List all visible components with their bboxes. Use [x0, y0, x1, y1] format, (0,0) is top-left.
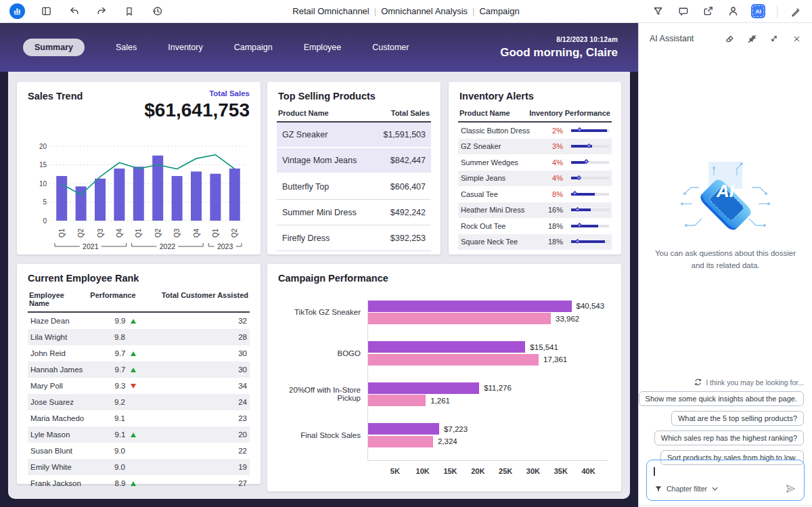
- refresh-suggestions-icon[interactable]: [694, 378, 702, 387]
- product-row[interactable]: Firefly Dress $392,253: [277, 225, 431, 251]
- sales-trend-chart[interactable]: 05101520Q1Q2Q3Q4Q1Q2Q3Q4Q1Q2202120222023: [24, 136, 254, 252]
- employee-row[interactable]: Maria Machedo 9.1 23: [28, 410, 250, 426]
- units-value: 17,361: [543, 355, 567, 363]
- ai-panel-title: AI Assistant: [650, 34, 723, 43]
- panel-title: Campaign Performance: [278, 273, 388, 284]
- suggestions-header: I think you may be looking for...: [694, 378, 804, 387]
- user-icon[interactable]: [726, 5, 740, 18]
- comment-icon[interactable]: [676, 5, 690, 18]
- inventory-row[interactable]: Casual Tee 8%: [458, 186, 612, 202]
- col-product-name: Product Name: [278, 109, 329, 117]
- redo-icon[interactable]: [95, 5, 108, 18]
- inventory-pct: 18%: [541, 238, 563, 246]
- product-row[interactable]: Butterfly Top $606,407: [277, 174, 431, 200]
- inventory-row[interactable]: Square Neck Tee 18%: [458, 234, 612, 250]
- ai-assistant-toggle-icon[interactable]: AI: [751, 4, 765, 18]
- filter-icon[interactable]: [651, 5, 664, 18]
- suggestion-chip[interactable]: Which sales rep has the highest ranking?: [654, 431, 804, 445]
- customers-assisted: 30: [166, 366, 247, 374]
- employee-row[interactable]: Lila Wright 9.8 28: [28, 329, 250, 345]
- axis-tick: 15K: [443, 467, 457, 475]
- employee-row[interactable]: Mary Poll 9.3 34: [28, 378, 250, 394]
- breadcrumb-part[interactable]: Retail Omnichannel: [292, 6, 369, 16]
- axis-tick: 10K: [416, 467, 430, 475]
- suggestion-chip[interactable]: What are the 5 top selling products?: [671, 411, 804, 426]
- product-name: Firefly Dress: [282, 234, 330, 243]
- campaign-chart[interactable]: TikTok GZ Sneaker $40,543 33,962 BOGO $1…: [277, 299, 610, 483]
- revenue-bar[interactable]: [367, 341, 525, 353]
- layout-icon[interactable]: [39, 5, 53, 18]
- app-logo-icon[interactable]: [9, 3, 25, 19]
- top-toolbar: Retail Omnichannel|Omnichannel Analysis|…: [0, 0, 812, 23]
- inventory-row[interactable]: Rock Out Tee 18%: [458, 218, 612, 234]
- breadcrumb-part[interactable]: Omnichannel Analysis: [381, 6, 468, 16]
- suggestion-chip[interactable]: Show me some quick insights about the pa…: [639, 391, 804, 406]
- ai-question-input[interactable]: Chapter filter: [646, 460, 805, 501]
- product-row[interactable]: Summer Mini Dress $492,242: [277, 200, 431, 225]
- campaign-group[interactable]: TikTok GZ Sneaker $40,543 33,962: [277, 299, 610, 326]
- dossier-header-band: SummarySalesInventoryCampaignEmployeeCus…: [0, 23, 638, 72]
- units-bar[interactable]: [367, 436, 433, 447]
- inventory-row[interactable]: Heather Mini Dress 16%: [458, 202, 612, 219]
- chapter-filter-label[interactable]: Chapter filter: [667, 485, 707, 493]
- performance-score: 9.0: [114, 447, 125, 455]
- svg-text:AI: AI: [716, 181, 735, 201]
- edit-icon[interactable]: [789, 5, 803, 18]
- revenue-value: $11,276: [484, 384, 512, 392]
- employee-row[interactable]: Susan Blunt 9.0 22: [28, 443, 250, 459]
- campaign-group[interactable]: 20%Off with In-Store Pickup $11,276 1,26…: [277, 381, 610, 407]
- expand-icon[interactable]: [767, 32, 781, 45]
- inventory-row[interactable]: Simple Jeans 4%: [458, 171, 612, 187]
- customers-assisted: 28: [166, 333, 247, 341]
- campaign-group[interactable]: Final Stock Sales $7,223 2,324: [277, 422, 610, 449]
- units-bar[interactable]: [367, 395, 426, 406]
- employee-row[interactable]: Hannah James 9.7 30: [28, 361, 250, 378]
- employee-row[interactable]: Haze Dean 9.9 32: [28, 313, 250, 329]
- employee-row[interactable]: Frank Jackson 8.9 27: [28, 475, 250, 491]
- product-row[interactable]: Vintage Mom Jeans $842,447: [277, 148, 431, 174]
- inventory-row[interactable]: Summer Wedges 4%: [458, 154, 612, 171]
- bookmark-icon[interactable]: [122, 5, 136, 18]
- units-bar[interactable]: [367, 354, 539, 366]
- tab-summary[interactable]: Summary: [23, 39, 85, 56]
- revenue-bar[interactable]: [367, 301, 572, 312]
- revenue-bar[interactable]: [367, 382, 479, 394]
- app-window: Retail Omnichannel|Omnichannel Analysis|…: [0, 0, 812, 507]
- tab-campaign[interactable]: Campaign: [234, 39, 273, 56]
- product-row[interactable]: GZ Sneaker $1,591,503: [277, 123, 431, 148]
- share-icon[interactable]: [701, 5, 715, 18]
- tab-inventory[interactable]: Inventory: [168, 39, 202, 56]
- performance-score: 9.1: [115, 431, 126, 439]
- tab-employee[interactable]: Employee: [304, 39, 342, 56]
- history-icon[interactable]: [150, 5, 164, 18]
- employee-row[interactable]: Jose Suarez 9.2 24: [28, 394, 250, 410]
- panel-title: Current Employee Rank: [28, 273, 139, 284]
- performance-score: 9.2: [114, 398, 125, 406]
- employee-name: Susan Blunt: [30, 447, 85, 455]
- close-icon[interactable]: [790, 32, 803, 45]
- tab-customer[interactable]: Customer: [372, 39, 409, 56]
- product-name: Rock Out Tee: [461, 222, 541, 230]
- datetime-label: 8/12/2023 10:12am: [500, 36, 618, 43]
- employee-row[interactable]: John Reid 9.7 30: [28, 345, 250, 361]
- send-icon[interactable]: [784, 482, 797, 495]
- units-bar[interactable]: [367, 313, 551, 324]
- trend-none-icon: [130, 449, 136, 454]
- performance-score: 9.0: [114, 463, 125, 471]
- campaign-group[interactable]: BOGO $15,541 17,361: [277, 340, 610, 367]
- unpin-icon[interactable]: [745, 32, 759, 45]
- col-employee-name: Employee Name: [29, 291, 72, 307]
- tab-sales[interactable]: Sales: [116, 39, 137, 56]
- breadcrumb-part[interactable]: Campaign: [479, 6, 519, 16]
- inventory-row[interactable]: GZ Sneaker 3%: [458, 139, 612, 155]
- employee-row[interactable]: Emily White 9.0 19: [28, 459, 250, 475]
- employee-row[interactable]: Lyle Mason 9.1 20: [28, 426, 250, 443]
- eraser-icon[interactable]: [723, 32, 736, 45]
- undo-icon[interactable]: [67, 5, 81, 18]
- revenue-bar[interactable]: [367, 423, 439, 435]
- inventory-row[interactable]: Classic Button Dress 2%: [458, 123, 612, 139]
- chevron-down-icon[interactable]: [711, 486, 718, 491]
- metric-value: $61,641,753: [144, 100, 250, 121]
- greeting-text: Good morning, Claire: [500, 46, 618, 60]
- campaign-category-label: Final Stock Sales: [277, 422, 367, 449]
